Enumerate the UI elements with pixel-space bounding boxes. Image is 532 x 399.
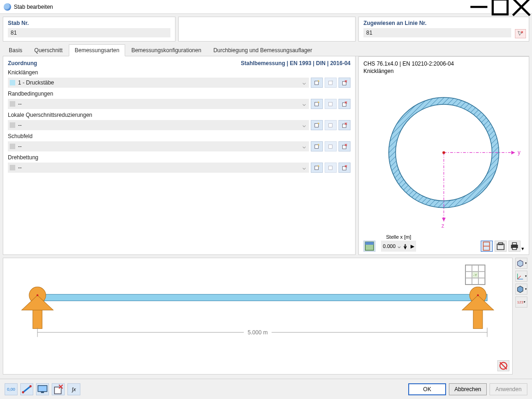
tab-bemessungskonfig[interactable]: Bemessungskonfigurationen (125, 44, 207, 56)
svg-point-45 (442, 151, 445, 154)
zuordnung-badge: Stahlbemessung | EN 1993 | DIN | 2016-04 (241, 60, 351, 66)
svg-point-76 (22, 391, 24, 393)
edit-icon[interactable] (325, 163, 337, 173)
cancel-button[interactable]: Abbrechen (449, 383, 487, 395)
print-menu-caret-icon[interactable]: ▾ (521, 246, 524, 252)
maximize-button[interactable] (490, 0, 511, 14)
delete-icon[interactable] (339, 120, 351, 130)
tab-basis[interactable]: Basis (3, 44, 28, 56)
stab-number-panel: Stab Nr. (3, 17, 175, 42)
svg-rect-1 (493, 0, 508, 14)
apply-button[interactable]: Anwenden (490, 383, 527, 395)
schubfeld-value: -- (18, 143, 301, 150)
tab-querschnitt[interactable]: Querschnitt (28, 44, 68, 56)
svg-rect-21 (329, 124, 332, 127)
svg-marker-32 (318, 165, 320, 167)
beam-view[interactable]: 5.000 m (3, 258, 513, 375)
cross-section-view[interactable]: y z (363, 76, 524, 234)
new-icon[interactable] (311, 141, 323, 151)
svg-rect-58 (33, 310, 42, 328)
color-swatch-icon (10, 101, 15, 107)
svg-marker-7 (318, 80, 320, 82)
stelle-spinner[interactable]: 0.000 ⌵ ▲▼ ▶ (381, 241, 416, 252)
drehbettung-label: Drehbettung (8, 154, 351, 161)
line-number-panel: Zugewiesen an Linie Nr. (358, 17, 529, 42)
units-icon[interactable]: 0,00 (5, 383, 18, 395)
schubfeld-dropdown[interactable]: -- ⌵ (8, 141, 309, 151)
svg-rect-13 (315, 103, 319, 106)
svg-rect-80 (54, 387, 61, 394)
drehbettung-dropdown[interactable]: -- ⌵ (8, 163, 309, 173)
minimize-button[interactable] (468, 0, 490, 14)
beam-length-label: 5.000 m (248, 329, 267, 336)
display-icon[interactable] (36, 383, 49, 395)
ok-button[interactable]: OK (408, 383, 446, 395)
shade-icon[interactable]: ▾ (515, 284, 527, 295)
delete-icon[interactable] (339, 141, 351, 151)
color-swatch-icon (10, 165, 15, 170)
render-toggle-icon[interactable] (363, 241, 375, 252)
section-subtitle: Knicklängen (363, 68, 524, 75)
view3d-icon[interactable]: ▾ (515, 258, 527, 269)
chevron-down-icon[interactable]: ⌵ (398, 243, 401, 249)
tab-durchbiegung[interactable]: Durchbiegung und Bemessungsauflager (207, 44, 318, 56)
chevron-down-icon: ⌵ (301, 143, 307, 150)
lokal-label: Lokale Querschnittsreduzierungen (8, 112, 351, 118)
knicklaengen-dropdown[interactable]: 1 - Druckstäbe ⌵ (8, 78, 309, 88)
delete-icon[interactable] (339, 163, 351, 173)
formula-icon[interactable]: ∫x (67, 383, 80, 395)
spin-up-down-icon[interactable]: ▲▼ (403, 243, 408, 249)
view-orientation-widget[interactable] (465, 265, 485, 285)
svg-marker-20 (318, 122, 320, 124)
svg-marker-74 (518, 286, 523, 292)
knicklaengen-label: Knicklängen (8, 69, 351, 76)
pick-line-icon[interactable] (515, 29, 526, 38)
stelle-value: 0.000 (383, 243, 396, 249)
new-icon[interactable] (311, 78, 323, 88)
axis-z-label: z (441, 223, 444, 230)
axes-icon[interactable]: ▾ (515, 271, 527, 282)
svg-rect-79 (41, 391, 44, 393)
svg-rect-62 (473, 310, 483, 328)
delete-icon[interactable] (339, 78, 351, 88)
lokal-value: -- (18, 122, 301, 128)
line-number-input[interactable] (363, 28, 511, 37)
step-right-icon[interactable]: ▶ (411, 243, 414, 249)
delete-icon[interactable] (339, 99, 351, 109)
numbers-icon[interactable]: 123▾ (515, 296, 527, 308)
edit-icon[interactable] (325, 120, 337, 130)
member-icon[interactable] (20, 383, 33, 395)
line-number-label: Zugewiesen an Linie Nr. (363, 20, 524, 26)
print-icon[interactable] (508, 241, 520, 252)
close-button[interactable] (511, 0, 532, 14)
new-icon[interactable] (311, 163, 323, 173)
svg-rect-53 (513, 243, 517, 245)
edit-icon[interactable] (325, 78, 337, 88)
svg-rect-47 (365, 242, 374, 245)
svg-marker-14 (318, 101, 320, 103)
view-mode-icon[interactable] (481, 241, 493, 252)
schubfeld-label: Schubfeld (8, 133, 351, 139)
tab-bemessungsarten[interactable]: Bemessungsarten (69, 44, 126, 56)
edit-icon[interactable] (325, 141, 337, 151)
stab-number-input[interactable] (8, 28, 170, 37)
randbedingungen-dropdown[interactable]: -- ⌵ (8, 99, 309, 109)
tab-row: Basis Querschnitt Bemessungsarten Bemess… (3, 44, 529, 56)
edit-icon[interactable] (325, 99, 337, 109)
chevron-down-icon: ⌵ (301, 122, 307, 128)
knicklaengen-value: 1 - Druckstäbe (18, 79, 301, 86)
svg-rect-33 (329, 166, 332, 170)
lokal-dropdown[interactable]: -- ⌵ (8, 120, 309, 130)
new-icon[interactable] (311, 120, 323, 130)
svg-marker-70 (518, 260, 523, 266)
svg-point-77 (30, 385, 32, 387)
delete-icon[interactable] (52, 383, 65, 395)
svg-rect-78 (38, 385, 47, 391)
chevron-down-icon: ⌵ (301, 79, 307, 86)
svg-rect-19 (315, 124, 319, 127)
svg-rect-8 (329, 81, 332, 85)
save-view-icon[interactable] (495, 241, 507, 252)
reset-view-icon[interactable] (497, 360, 509, 371)
stab-number-label: Stab Nr. (8, 20, 170, 26)
new-icon[interactable] (311, 99, 323, 109)
